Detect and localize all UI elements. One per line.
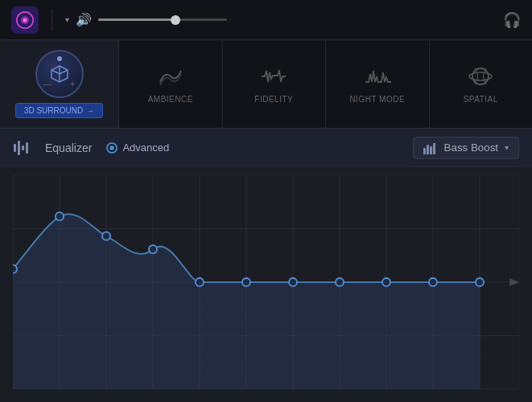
svg-marker-31 bbox=[509, 278, 519, 286]
volume-area: ▾ 🔊 bbox=[65, 12, 493, 27]
preset-ambience[interactable]: AMBIENCE bbox=[119, 40, 223, 128]
top-bar: ▾ 🔊 🎧 bbox=[0, 0, 532, 40]
volume-slider[interactable] bbox=[98, 18, 227, 21]
ambience-label: AMBIENCE bbox=[148, 95, 193, 104]
svg-point-3 bbox=[23, 18, 27, 22]
surround-minus-label: — bbox=[43, 79, 52, 88]
eq-preset-button[interactable]: Bass Boost ▾ bbox=[413, 137, 519, 159]
eq-preset-label: Bass Boost bbox=[444, 142, 498, 154]
svg-rect-7 bbox=[18, 141, 20, 155]
eq-band-1[interactable] bbox=[13, 265, 17, 273]
bar-chart-icon bbox=[423, 142, 438, 154]
svg-rect-13 bbox=[433, 143, 435, 154]
eq-graph bbox=[13, 175, 519, 389]
svg-point-4 bbox=[472, 68, 489, 84]
eq-header: Equalizer Advanced Bass Boost ▾ bbox=[0, 129, 532, 167]
preset-night-mode[interactable]: NIGHT MODE bbox=[326, 40, 430, 128]
surround-arrow: → bbox=[86, 106, 94, 115]
eq-graph-container bbox=[0, 167, 532, 402]
night-mode-label: NIGHT MODE bbox=[349, 95, 405, 104]
eq-svg bbox=[13, 175, 519, 389]
ambience-icon bbox=[157, 64, 184, 88]
chevron-icon: ▾ bbox=[65, 15, 69, 24]
svg-rect-11 bbox=[427, 145, 429, 154]
presets-row: — + 3D SURROUND → AMBIENCE bbox=[0, 40, 532, 129]
volume-icon: 🔊 bbox=[76, 12, 92, 27]
eq-mode-radio[interactable]: Advanced bbox=[106, 142, 169, 154]
svg-rect-10 bbox=[423, 148, 426, 154]
svg-rect-12 bbox=[430, 146, 432, 154]
preset-spatial[interactable]: SPATIAL bbox=[430, 40, 533, 128]
logo-icon bbox=[11, 6, 39, 34]
surround-button[interactable]: 3D SURROUND → bbox=[15, 103, 103, 118]
svg-rect-8 bbox=[22, 146, 24, 150]
cube-icon bbox=[50, 64, 69, 84]
surround-dot bbox=[57, 56, 62, 61]
surround-circle: — + bbox=[35, 50, 84, 98]
headphones-icon: 🎧 bbox=[503, 11, 521, 29]
svg-rect-9 bbox=[26, 142, 28, 154]
eq-band-2[interactable] bbox=[56, 212, 64, 220]
top-bar-divider bbox=[52, 10, 52, 31]
volume-fill bbox=[98, 18, 175, 21]
fidelity-icon bbox=[260, 64, 287, 88]
spatial-label: SPATIAL bbox=[464, 95, 498, 104]
eq-preset-chevron: ▾ bbox=[505, 143, 509, 152]
fidelity-label: FIDELITY bbox=[254, 95, 293, 104]
surround-plus-label: + bbox=[70, 79, 75, 88]
radio-inner bbox=[109, 146, 114, 150]
spatial-icon bbox=[467, 64, 494, 88]
volume-thumb bbox=[171, 15, 180, 25]
surround-label: 3D SURROUND bbox=[24, 106, 83, 115]
preset-fidelity[interactable]: FIDELITY bbox=[223, 40, 327, 128]
svg-rect-6 bbox=[14, 144, 16, 152]
eq-mode-label: Advanced bbox=[122, 142, 169, 154]
equalizer-icon bbox=[13, 139, 31, 157]
eq-title: Equalizer bbox=[45, 142, 92, 154]
surround-panel: — + 3D SURROUND → bbox=[0, 40, 119, 128]
presets-list: AMBIENCE FIDELITY NIGHT MODE SPATIAL bbox=[119, 40, 532, 128]
night-mode-icon bbox=[364, 64, 391, 88]
advanced-radio-dot bbox=[106, 142, 118, 154]
